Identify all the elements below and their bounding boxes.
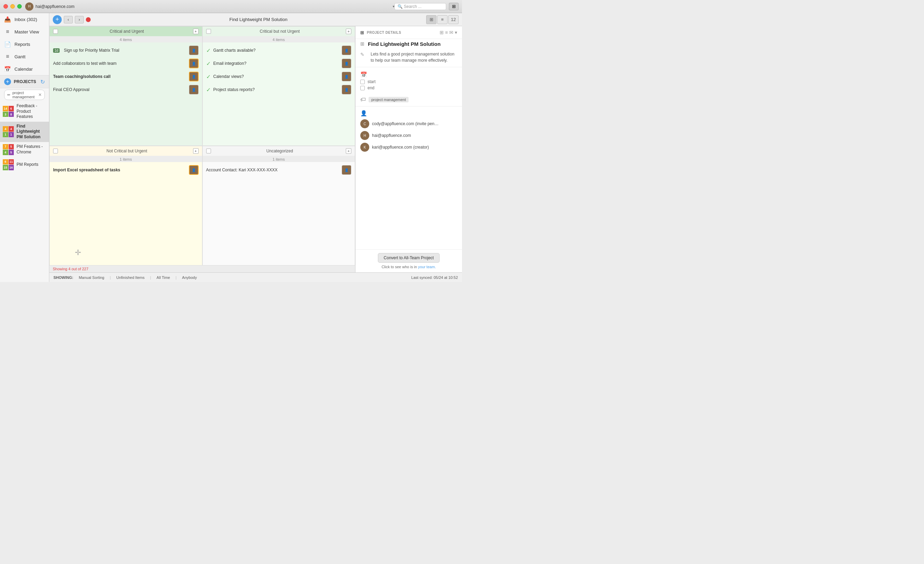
back-button[interactable]: ‹ — [64, 16, 73, 24]
q2-add-button[interactable]: + — [346, 28, 351, 34]
add-task-button[interactable]: + — [53, 15, 62, 24]
task-avatar: 👤 — [342, 45, 351, 55]
search-bar[interactable]: 🔍 Search ... — [394, 3, 446, 10]
task-row[interactable]: Add collaborators to test with team 👤 — [50, 57, 202, 70]
reports-icon: 📄 — [4, 40, 11, 48]
rp-tag[interactable]: project management — [369, 97, 408, 102]
task-label: Gantt charts available? — [213, 48, 339, 53]
convert-button[interactable]: Convert to All-Team Project — [378, 253, 440, 263]
q3-checkbox[interactable] — [53, 148, 58, 153]
task-label: Project status reports? — [213, 87, 339, 92]
traffic-lights — [3, 4, 22, 9]
start-checkbox[interactable] — [360, 80, 365, 84]
main-layout: 📥 Inbox (302) ≡ Master View 📄 Reports ≡ … — [0, 13, 462, 282]
q2-checkbox[interactable] — [206, 29, 211, 34]
project-badge-feedback: 14 6 3 8 — [3, 106, 14, 117]
reports-label: Reports — [15, 42, 30, 47]
badge-cell: 6 — [3, 159, 8, 165]
rp-description: Lets find a good project management solu… — [370, 51, 457, 63]
task-label: Add collaborators to test with team — [53, 61, 186, 66]
calendar-icon: 📅 — [360, 71, 367, 78]
showing-count: Showing 4 out of 227 — [49, 266, 355, 272]
task-row[interactable]: Account Contact: Kari XXX-XXX-XXXX 👤 — [203, 164, 355, 177]
task-avatar: 👤 — [189, 72, 199, 81]
projects-section-label: PROJECTS — [14, 79, 38, 84]
member-row: C cody@appfluence.com (invite pen… — [360, 118, 457, 130]
add-project-button[interactable]: + — [4, 78, 11, 85]
recording-indicator — [86, 17, 91, 22]
q3-add-button[interactable]: + — [193, 148, 199, 154]
sync-icon[interactable]: ↻ — [40, 79, 45, 85]
forward-button[interactable]: › — [75, 16, 84, 24]
rp-email-icon[interactable]: ✉ — [449, 30, 453, 35]
rp-end-row: end — [360, 86, 457, 90]
task-row[interactable]: Final CEO Approval 👤 — [50, 83, 202, 96]
badge-cell: 3 — [3, 112, 8, 117]
separator: | — [176, 276, 177, 280]
gantt-label: Gantt — [15, 54, 26, 59]
task-row[interactable]: Team coaching/solutions call 👤 — [50, 70, 202, 83]
sidebar-item-reports[interactable]: 📄 Reports — [0, 38, 49, 50]
rp-dropdown-icon[interactable]: ▾ — [455, 30, 457, 35]
rp-divider — [356, 67, 462, 67]
member-email-cody: cody@appfluence.com (invite pen… — [372, 122, 438, 126]
sidebar-item-inbox[interactable]: 📥 Inbox (302) — [0, 13, 49, 26]
q3-header: Not Critical but Urgent + — [50, 146, 202, 156]
task-row[interactable]: ✓ Gantt charts available? 👤 — [203, 44, 355, 57]
task-row[interactable]: ✓ Email integration? 👤 — [203, 57, 355, 70]
project-name-pm-chrome: PM Features - Chrome — [16, 144, 46, 155]
view-toggle-button[interactable]: ⊞ — [449, 3, 459, 10]
project-name-pm-reports: PM Reports — [16, 162, 38, 168]
sidebar-item-gantt[interactable]: ≡ Gantt — [0, 50, 49, 63]
view-buttons: ⊞ ≡ 12 — [426, 15, 459, 24]
anybody-status[interactable]: Anybody — [182, 276, 197, 280]
q1-header: Critical and Urgent + — [50, 27, 202, 36]
badge-cell: 15 — [3, 165, 8, 170]
all-time-status[interactable]: All Time — [156, 276, 170, 280]
end-label: end — [368, 86, 374, 90]
task-row[interactable]: ✓ Project status reports? 👤 — [203, 83, 355, 96]
badge-cell: 7 — [3, 144, 8, 150]
project-item-pm-chrome[interactable]: 7 5 4 5 PM Features - Chrome — [0, 142, 49, 157]
maximize-button[interactable] — [17, 4, 22, 9]
filter-tag[interactable]: ✏ project management ✕ — [4, 90, 45, 100]
filter-remove-icon[interactable]: ✕ — [38, 92, 42, 97]
user-avatar: H — [25, 2, 33, 10]
your-team-link[interactable]: your team. — [418, 265, 436, 269]
move-handle[interactable]: ✛ — [75, 248, 81, 257]
q1-add-button[interactable]: + — [193, 28, 199, 34]
project-item-feedback[interactable]: 14 6 3 8 Feedback - Product Features — [0, 101, 49, 122]
task-row[interactable]: 1d Sign up for Priority Matrix Trial 👤 — [50, 44, 202, 57]
task-label: Calendar views? — [213, 74, 339, 79]
rp-tag-section: 🏷 project management — [356, 94, 462, 105]
badge-cell: 5 — [9, 144, 14, 150]
rp-filter-icon[interactable]: ≡ — [445, 30, 448, 35]
member-avatar-kari: K — [360, 143, 369, 152]
member-avatar-cody: C — [360, 119, 369, 128]
end-checkbox[interactable] — [360, 86, 365, 90]
manual-sorting-status[interactable]: Manual Sorting — [79, 276, 104, 280]
unfinished-items-status[interactable]: Unfinished Items — [116, 276, 144, 280]
q2-item-count: 4 items — [203, 36, 355, 42]
sidebar-item-master-view[interactable]: ≡ Master View — [0, 26, 49, 38]
project-item-pm-reports[interactable]: 6 11 15 16 PM Reports — [0, 157, 49, 172]
minimize-button[interactable] — [10, 4, 15, 9]
project-badge-find-pm: 4 4 1 1 — [3, 126, 14, 137]
q4-add-button[interactable]: + — [346, 148, 351, 154]
filter-tag-label: project management — [12, 91, 36, 99]
calendar-view-button[interactable]: 12 — [448, 15, 459, 24]
project-badge-pm-reports: 6 11 15 16 — [3, 159, 14, 170]
grid-view-button[interactable]: ⊞ — [426, 15, 436, 24]
list-view-button[interactable]: ≡ — [437, 15, 447, 24]
rp-view-icon[interactable]: ⊞ — [440, 30, 444, 35]
check-icon: ✓ — [206, 60, 211, 67]
task-row[interactable]: ✓ Calendar views? 👤 — [203, 70, 355, 83]
close-button[interactable] — [3, 4, 8, 9]
q4-checkbox[interactable] — [206, 148, 211, 153]
calendar-label: Calendar — [15, 66, 33, 72]
task-row[interactable]: Import Excel spreadsheet of tasks 👤 — [50, 164, 202, 177]
q1-checkbox[interactable] — [53, 29, 58, 34]
rp-date-section: 📅 start end — [356, 69, 462, 94]
sidebar-item-calendar[interactable]: 📅 Calendar — [0, 63, 49, 75]
project-item-find-pm[interactable]: 4 4 1 1 Find Lightweight PM Solution — [0, 122, 49, 142]
